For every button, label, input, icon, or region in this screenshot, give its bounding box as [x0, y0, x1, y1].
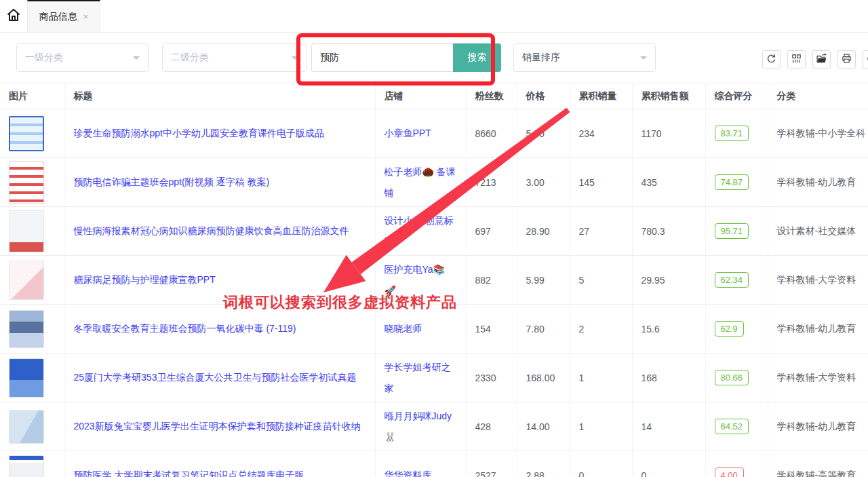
level1-category-placeholder: 一级分类 [25, 52, 63, 64]
revenue-value: 14 [632, 402, 705, 451]
level1-category-select[interactable]: 一级分类 [16, 43, 149, 72]
product-title-link[interactable]: 糖尿病足预防与护理健康宣教PPT [74, 269, 216, 290]
search-input[interactable] [311, 43, 453, 72]
product-thumbnail[interactable] [9, 455, 44, 477]
export-icon [816, 53, 827, 66]
shop-link[interactable]: 喺月月妈咪Judy🐰 [384, 406, 458, 448]
close-icon[interactable]: × [83, 12, 89, 22]
product-thumbnail[interactable] [9, 261, 44, 300]
product-thumbnail[interactable] [9, 161, 44, 204]
sales-count: 1 [570, 402, 632, 451]
shop-link[interactable]: 医护充电Ya📚 🚀 [384, 259, 458, 301]
refresh-button[interactable] [762, 50, 781, 69]
price-value: 168.00 [517, 354, 570, 402]
toolbar [762, 50, 868, 69]
table-row: 冬季取暖安全教育主题班会预防一氧化碳中毒 (7-119) 晓晓老师 154 7.… [0, 305, 868, 354]
category-label: 学科教辅-中小学全科 [768, 109, 868, 158]
product-title-link[interactable]: 冬季取暖安全教育主题班会预防一氧化碳中毒 (7-119) [74, 318, 296, 339]
score-badge: 95.71 [715, 223, 749, 239]
column-settings-button[interactable] [787, 50, 806, 69]
chevron-down-icon [292, 56, 298, 63]
price-value: 5.00 [517, 109, 570, 158]
product-title-link[interactable]: 预防电信诈骗主题班会ppt(附视频 逐字稿 教案) [74, 172, 270, 193]
price-value: 7.80 [517, 305, 570, 354]
shop-link[interactable]: 设计小保 创意标识 [384, 210, 458, 252]
search-button[interactable]: 搜索 [453, 43, 501, 72]
sales-count: 5 [570, 256, 632, 305]
price-value: 5.99 [517, 256, 570, 305]
category-label: 学科教辅-幼儿教育 [768, 402, 868, 451]
table-row: 慢性病海报素材冠心病知识糖尿病预防健康饮食高血压防治源文件 设计小保 创意标识 … [0, 207, 868, 256]
fans-count: 697 [466, 207, 517, 256]
table-row: 珍爱生命预防溺水ppt中小学幼儿园安全教育课件电子版成品 小章鱼PPT 8660… [0, 109, 868, 158]
level2-category-select[interactable]: 二级分类 [162, 43, 307, 72]
sort-select-value: 销量排序 [522, 52, 560, 64]
product-thumbnail[interactable] [9, 410, 44, 444]
table-row: 25厦门大学考研353卫生综合厦大公共卫生与预防社会医学初试真题 学长学姐考研之… [0, 354, 868, 402]
print-button[interactable] [837, 50, 856, 69]
score-badge: 62.9 [715, 321, 744, 337]
column-header-shop: 店铺 [375, 83, 466, 109]
shop-link[interactable]: 华华资料库 [384, 465, 432, 477]
category-label: 学科教辅-大学资料 [768, 256, 868, 305]
product-title-link[interactable]: 慢性病海报素材冠心病知识糖尿病预防健康饮食高血压防治源文件 [74, 221, 349, 242]
fans-count: 8660 [466, 109, 517, 158]
revenue-value: 15.6 [632, 305, 705, 354]
more-button[interactable] [863, 50, 868, 69]
score-badge: 80.66 [715, 370, 749, 385]
revenue-value: 168 [632, 354, 705, 402]
product-title-link[interactable]: 预防医学 大学期末考试复习笔记知识点总结题库电子版 [74, 465, 304, 477]
column-header-revenue: 累积销售额 [632, 83, 705, 109]
refresh-icon [766, 53, 777, 66]
price-value: 28.90 [517, 207, 570, 256]
category-label: 学科教辅-幼儿教育 [768, 158, 868, 207]
print-icon [841, 53, 852, 66]
column-header-sales: 累积销量 [570, 83, 632, 109]
product-thumbnail[interactable] [9, 358, 44, 398]
sales-count: 234 [570, 109, 632, 158]
chevron-down-icon [640, 56, 647, 63]
column-header-fans: 粉丝数 [466, 83, 517, 109]
category-label: 学科教辅-大学资料 [768, 354, 868, 402]
fans-count: 428 [466, 402, 517, 451]
tab-product-info[interactable]: 商品信息 × [27, 0, 100, 32]
sales-count: 0 [570, 451, 632, 477]
shop-link[interactable]: 松子老师🌰 备课铺 [384, 161, 458, 204]
column-header-image: 图片 [0, 83, 64, 109]
export-button[interactable] [812, 50, 831, 69]
column-header-category: 分类 [768, 83, 868, 109]
sales-count: 1 [570, 354, 632, 402]
price-value: 3.00 [517, 158, 570, 207]
product-title-link[interactable]: 珍爱生命预防溺水ppt中小学幼儿园安全教育课件电子版成品 [74, 123, 324, 144]
product-table: 图片 标题 店铺 粉丝数 价格 累积销量 累积销售额 综合评分 分类 珍爱生命预… [0, 83, 868, 477]
price-value: 2.88 [517, 451, 570, 477]
product-title-link[interactable]: 2023新版兔宝宝婴儿医学出生证明本保护套和预防接种证疫苗针收纳 [74, 416, 361, 437]
fans-count: 7213 [466, 158, 517, 207]
sort-select[interactable]: 销量排序 [513, 43, 656, 72]
score-badge: 64.52 [715, 419, 749, 434]
column-settings-icon [791, 53, 802, 66]
table-header: 图片 标题 店铺 粉丝数 价格 累积销量 累积销售额 综合评分 分类 [0, 83, 868, 109]
shop-link[interactable]: 学长学姐考研之家 [384, 357, 458, 399]
column-header-score: 综合评分 [705, 83, 768, 109]
product-thumbnail[interactable] [9, 210, 44, 252]
product-title-link[interactable]: 25厦门大学考研353卫生综合厦大公共卫生与预防社会医学初试真题 [74, 367, 357, 388]
sales-count: 27 [570, 207, 632, 256]
shop-link[interactable]: 小章鱼PPT [384, 123, 431, 144]
score-badge: 74.87 [715, 174, 749, 190]
shop-link[interactable]: 晓晓老师 [384, 318, 422, 339]
product-thumbnail[interactable] [9, 310, 44, 348]
category-label: 设计素材-社交媒体 [768, 207, 868, 256]
revenue-value: 29.95 [632, 256, 705, 305]
search-group: 搜索 [311, 43, 501, 72]
level2-category-placeholder: 二级分类 [171, 52, 209, 64]
column-header-title: 标题 [64, 83, 375, 109]
home-icon [5, 7, 22, 25]
filter-bar: 一级分类 二级分类 搜索 销量排序 [0, 33, 868, 83]
fans-count: 882 [466, 256, 517, 305]
tab-label: 商品信息 [39, 11, 77, 23]
home-button[interactable] [0, 0, 27, 32]
table-row: 糖尿病足预防与护理健康宣教PPT 医护充电Ya📚 🚀 882 5.99 5 29… [0, 256, 868, 305]
revenue-value: 1170 [632, 109, 705, 158]
product-thumbnail[interactable] [9, 116, 44, 151]
